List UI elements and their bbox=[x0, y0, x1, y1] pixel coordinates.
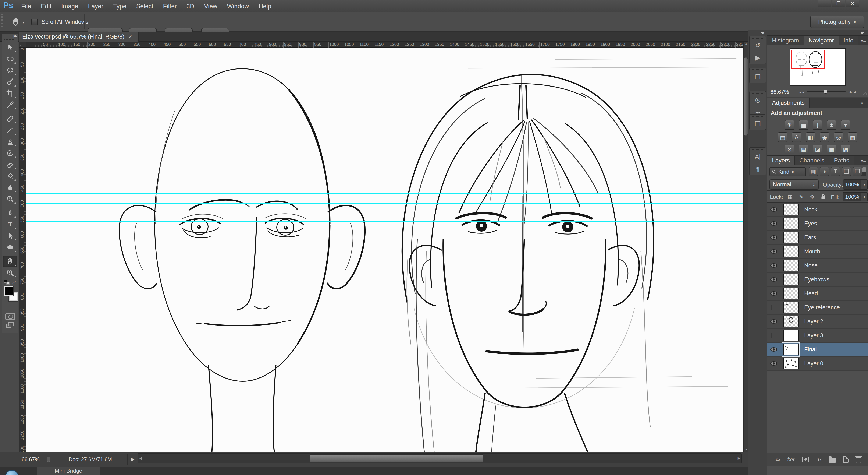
menu-3d[interactable]: 3D bbox=[186, 3, 194, 10]
adjustment-layer-filter-icon[interactable]: ◑ bbox=[820, 167, 829, 176]
zoom-in-icon[interactable]: ▲▲ bbox=[848, 89, 858, 95]
tab-adjustments[interactable]: Adjustments bbox=[767, 98, 809, 108]
navigator-zoom-value[interactable]: 66.67% bbox=[770, 89, 789, 95]
pixel-layer-filter-icon[interactable]: ▦ bbox=[809, 167, 818, 176]
quick-selection-tool[interactable] bbox=[3, 76, 17, 88]
close-tab-icon[interactable]: ✕ bbox=[128, 34, 132, 40]
clone-source-panel-icon[interactable]: ❐ bbox=[749, 117, 766, 130]
zoom-out-icon[interactable]: ▲▲ bbox=[799, 90, 805, 94]
ellipse-tool[interactable] bbox=[3, 241, 17, 253]
scroll-all-windows-checkbox[interactable] bbox=[31, 19, 38, 25]
actions-panel-icon[interactable]: ▶ bbox=[749, 51, 766, 64]
tab-channels[interactable]: Channels bbox=[795, 156, 829, 166]
move-tool[interactable] bbox=[3, 42, 17, 53]
visibility-toggle[interactable] bbox=[767, 357, 780, 370]
layer-thumbnail[interactable] bbox=[783, 301, 799, 314]
layer-row-layer-0[interactable]: Layer 0 bbox=[767, 357, 868, 371]
layer-thumbnail[interactable] bbox=[783, 273, 799, 286]
brightness-contrast-icon[interactable]: ☀ bbox=[785, 120, 795, 130]
navigator-thumbnail[interactable] bbox=[790, 48, 846, 86]
marquee-tool[interactable] bbox=[3, 53, 17, 65]
tab-info[interactable]: Info bbox=[839, 36, 858, 46]
gradient-map-icon[interactable]: ▩ bbox=[827, 145, 836, 154]
foreground-color-swatch[interactable] bbox=[4, 287, 13, 296]
color-lookup-icon[interactable]: ▦ bbox=[848, 132, 858, 142]
paragraph-panel-icon[interactable]: ¶ bbox=[749, 163, 766, 175]
panel-menu-icon[interactable]: ▾≡ bbox=[861, 100, 866, 106]
close-button[interactable]: ✕ bbox=[846, 0, 859, 7]
layer-thumbnail[interactable] bbox=[783, 260, 799, 271]
visibility-toggle[interactable] bbox=[767, 245, 780, 258]
swap-colors-icon[interactable]: ⇄ bbox=[12, 280, 16, 285]
minimize-button[interactable]: – bbox=[818, 0, 831, 7]
selective-color-icon[interactable]: ▨ bbox=[841, 145, 850, 154]
menu-select[interactable]: Select bbox=[136, 3, 153, 10]
tab-histogram[interactable]: Histogram bbox=[767, 36, 804, 46]
layer-row-eyebrows[interactable]: Eyebrows bbox=[767, 273, 868, 287]
lock-position-icon[interactable]: ✥ bbox=[808, 192, 816, 201]
layer-row-ears[interactable]: Ears bbox=[767, 231, 868, 245]
tool-preset-caret-icon[interactable]: ▾ bbox=[23, 20, 24, 24]
layer-thumbnail[interactable] bbox=[783, 329, 799, 342]
visibility-toggle[interactable] bbox=[767, 343, 780, 356]
curves-icon[interactable]: ∫ bbox=[813, 120, 823, 130]
lock-all-icon[interactable] bbox=[819, 192, 827, 201]
vertical-ruler[interactable]: 0501001502002503003504004505005506006507… bbox=[19, 48, 26, 452]
zoom-tool[interactable] bbox=[3, 267, 17, 278]
type-layer-filter-icon[interactable]: T bbox=[831, 167, 840, 176]
type-tool[interactable]: T bbox=[3, 219, 17, 230]
menu-file[interactable]: File bbox=[21, 3, 31, 10]
visibility-toggle[interactable] bbox=[767, 301, 780, 314]
scroll-left-icon[interactable]: ◀ bbox=[139, 456, 142, 460]
mini-bridge-tab[interactable]: Mini Bridge bbox=[37, 467, 100, 475]
expand-toolbar-icon[interactable]: ▶▶ bbox=[13, 34, 17, 38]
character-panel-icon[interactable]: A| bbox=[749, 151, 766, 163]
chevron-down-icon[interactable]: ▼ bbox=[861, 192, 867, 201]
expand-panels-icon[interactable]: ◀◀ bbox=[761, 31, 763, 34]
layer-row-eye-reference[interactable]: Eye reference bbox=[767, 301, 868, 315]
layer-filter-toggle[interactable] bbox=[862, 167, 866, 176]
menu-type[interactable]: Type bbox=[113, 3, 126, 10]
clone-stamp-tool[interactable] bbox=[3, 136, 17, 147]
hand-tool[interactable] bbox=[3, 256, 17, 267]
menu-help[interactable]: Help bbox=[258, 3, 271, 10]
paint-bucket-tool[interactable] bbox=[3, 170, 17, 182]
healing-brush-tool[interactable] bbox=[3, 113, 17, 124]
navigator-zoom-slider[interactable] bbox=[807, 91, 846, 92]
visibility-toggle[interactable] bbox=[767, 203, 780, 216]
menu-window[interactable]: Window bbox=[227, 3, 249, 10]
panel-resize-grip[interactable] bbox=[863, 92, 867, 95]
photo-filter-icon[interactable]: ◉ bbox=[820, 132, 830, 142]
smart-object-filter-icon[interactable]: ❐ bbox=[853, 167, 862, 176]
filter-kind-select[interactable]: Kind ▲▼ bbox=[770, 167, 806, 176]
visibility-toggle[interactable] bbox=[767, 217, 780, 230]
scroll-right-icon[interactable]: ▶ bbox=[738, 456, 740, 460]
visibility-toggle[interactable] bbox=[767, 315, 780, 328]
visibility-toggle[interactable] bbox=[767, 273, 780, 286]
blend-mode-select[interactable]: Normal ▲▼ bbox=[770, 179, 818, 189]
threshold-icon[interactable]: ◪ bbox=[813, 145, 823, 154]
layer-thumbnail[interactable] bbox=[783, 204, 799, 215]
color-balance-icon[interactable]: ∆ bbox=[792, 132, 802, 142]
layer-thumbnail[interactable] bbox=[783, 344, 799, 355]
lasso-tool[interactable] bbox=[3, 65, 17, 76]
eraser-tool[interactable] bbox=[3, 159, 17, 170]
brush-tool[interactable] bbox=[3, 124, 17, 136]
tool-presets-panel-icon[interactable]: ❒ bbox=[749, 71, 766, 83]
dodge-tool[interactable] bbox=[3, 193, 17, 205]
tab-navigator[interactable]: Navigator bbox=[804, 36, 839, 46]
collapse-panels-icon[interactable]: ▶▶ bbox=[861, 31, 863, 34]
path-selection-tool[interactable] bbox=[3, 230, 17, 241]
quick-mask-button[interactable] bbox=[5, 313, 15, 320]
menu-layer[interactable]: Layer bbox=[88, 3, 103, 10]
tab-layers[interactable]: Layers bbox=[767, 156, 795, 166]
horizontal-ruler[interactable]: 5010015020025030035040045050055060065070… bbox=[26, 41, 743, 48]
zoom-level-field[interactable]: 66.67% bbox=[19, 454, 44, 465]
layer-row-eyes[interactable]: Eyes bbox=[767, 217, 868, 231]
layer-thumbnail[interactable] bbox=[783, 316, 799, 327]
options-bar-grip[interactable] bbox=[1, 14, 3, 29]
layer-row-final[interactable]: Final bbox=[767, 343, 868, 357]
history-panel-icon[interactable]: ↺ bbox=[749, 39, 766, 51]
menu-filter[interactable]: Filter bbox=[163, 3, 177, 10]
visibility-toggle[interactable] bbox=[767, 259, 780, 272]
